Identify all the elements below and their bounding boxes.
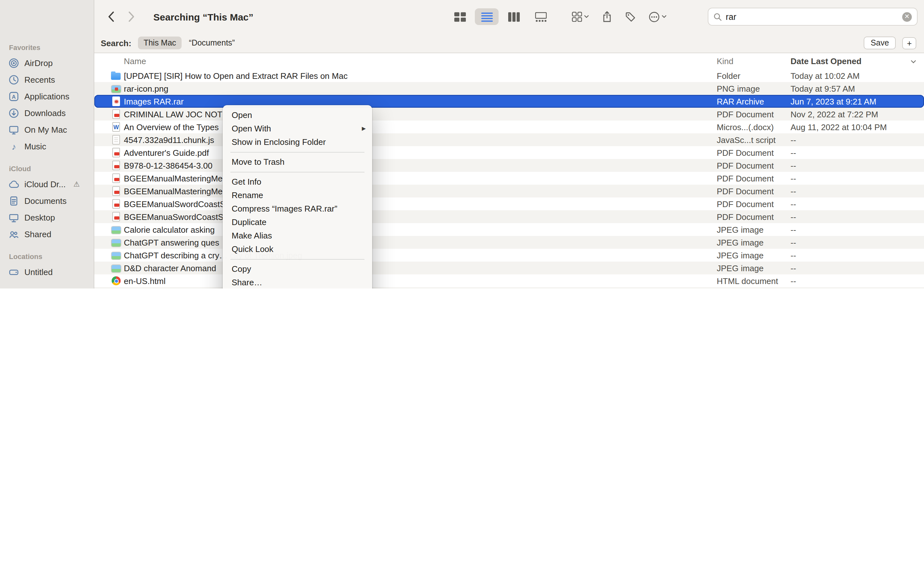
sidebar-item-recents[interactable]: Recents xyxy=(0,71,94,88)
more-actions-button[interactable] xyxy=(649,11,667,22)
sidebar-item-on-my-mac[interactable]: On My Mac xyxy=(0,121,94,138)
column-header-name[interactable]: Name xyxy=(124,56,146,66)
file-row-bgeemanualmasteringme[interactable]: BGEEManualMasteringMePDF Document-- xyxy=(94,185,924,197)
file-date: Nov 2, 2022 at 7:22 PM xyxy=(790,109,924,119)
file-row-criminal-law-joc-not[interactable]: CRIMINAL LAW JOC NOTPDF DocumentNov 2, 2… xyxy=(94,108,924,121)
view-columns-button[interactable] xyxy=(502,8,525,25)
back-button[interactable] xyxy=(107,11,115,23)
file-row-es-es-html[interactable]: es-ES.htmlHTML document-- xyxy=(94,287,924,288)
menu-item-label: Show in Enclosing Folder xyxy=(232,137,326,147)
sidebar-item-untitled[interactable]: Untitled xyxy=(0,263,94,280)
clear-search-icon[interactable]: ✕ xyxy=(902,12,912,21)
sidebar-item-applications[interactable]: AApplications xyxy=(0,88,94,105)
column-header-kind[interactable]: Kind xyxy=(717,56,733,66)
sidebar-item-shared[interactable]: Shared xyxy=(0,226,94,242)
search-input[interactable] xyxy=(726,12,898,21)
file-row-d-d-character-anomand[interactable]: D&D character AnomandJPEG image-- xyxy=(94,261,924,274)
file-row-bgeemanualmasteringme[interactable]: BGEEManualMasteringMePDF Document-- xyxy=(94,172,924,185)
download-icon xyxy=(8,107,19,118)
file-name: ChatGPT answering ques xyxy=(124,237,717,247)
jpeg-file-icon xyxy=(111,265,121,272)
file-row-update-sir-how-to-open-and-extract-rar-f[interactable]: [UPDATE] [SIR] How to Open and Extract R… xyxy=(94,69,924,82)
airdrop-icon xyxy=(8,57,19,68)
docx-file-icon xyxy=(112,122,120,132)
file-name: rar-icon.png xyxy=(124,84,717,93)
disk-icon xyxy=(8,266,19,277)
search-field[interactable]: ✕ xyxy=(708,8,918,26)
menu-item-label: Open With xyxy=(232,124,271,133)
tag-icon xyxy=(625,11,636,22)
column-headers: Name Kind Date Last Opened xyxy=(94,53,924,71)
clock-icon xyxy=(8,74,19,85)
sidebar-item-documents[interactable]: Documents xyxy=(0,192,94,209)
file-date: -- xyxy=(790,148,924,157)
view-gallery-button[interactable] xyxy=(529,8,552,25)
menu-item-duplicate[interactable]: Duplicate xyxy=(223,215,372,229)
file-row-en-us-html[interactable]: en-US.htmlHTML document-- xyxy=(94,274,924,287)
file-kind: PDF Document xyxy=(717,212,790,221)
sidebar-item-downloads[interactable]: Downloads xyxy=(0,105,94,121)
group-by-button[interactable] xyxy=(572,11,589,22)
chevron-right-icon xyxy=(128,11,136,23)
menu-item-open-with[interactable]: Open With▶ xyxy=(223,122,372,135)
menu-item-move-to-trash[interactable]: Move to Trash xyxy=(223,155,372,169)
sidebar-item-airdrop[interactable]: AirDrop xyxy=(0,55,94,71)
file-row-calorie-calculator-asking[interactable]: Calorie calculator askingJPEG image-- xyxy=(94,223,924,236)
file-row-b978-0-12-386454-3-00[interactable]: B978-0-12-386454-3.00PDF Document-- xyxy=(94,159,924,172)
sort-chevron-icon[interactable] xyxy=(911,56,916,66)
sidebar-item-desktop[interactable]: Desktop xyxy=(0,209,94,226)
forward-button[interactable] xyxy=(128,11,136,23)
view-grid-button[interactable] xyxy=(448,8,472,25)
menu-item-rename[interactable]: Rename xyxy=(223,189,372,202)
pdf-file-icon xyxy=(112,161,120,170)
sidebar-item-label: Recents xyxy=(24,75,55,84)
sidebar-item-music[interactable]: ♪Music xyxy=(0,138,94,155)
file-date: Today at 9:57 AM xyxy=(790,84,924,93)
scope-token-this-mac[interactable]: This Mac xyxy=(137,37,182,49)
file-kind: PDF Document xyxy=(717,173,790,183)
share-button[interactable] xyxy=(602,11,612,23)
group-icon xyxy=(572,11,582,22)
save-search-button[interactable]: Save xyxy=(864,37,896,49)
sidebar-item-label: Untitled xyxy=(24,267,53,277)
file-row-4547-332a9d11-chunk-js[interactable]: 4547.332a9d11.chunk.jsJavaSc...t script-… xyxy=(94,133,924,146)
column-header-date[interactable]: Date Last Opened xyxy=(790,56,861,66)
file-row-adventurer-s-guide-pdf[interactable]: Adventurer's Guide.pdfPDF Document-- xyxy=(94,146,924,159)
docpage-icon xyxy=(8,195,19,206)
file-kind: PDF Document xyxy=(717,199,790,209)
menu-item-share[interactable]: Share… xyxy=(223,276,372,288)
svg-text:A: A xyxy=(12,93,16,100)
menu-item-quick-look[interactable]: Quick Look xyxy=(223,242,372,256)
search-icon xyxy=(714,13,722,21)
menu-item-compress-images-rar-rar[interactable]: Compress “Images RAR.rar” xyxy=(223,202,372,215)
file-row-an-overview-of-the-types[interactable]: An Overview of the TypesMicros...(.docx)… xyxy=(94,121,924,133)
sidebar-item-icloud-dr[interactable]: iCloud Dr...⚠ xyxy=(0,176,94,192)
add-criteria-button[interactable]: + xyxy=(903,37,916,49)
file-row-bgeemanualswordcoasts[interactable]: BGEEManualSwordCoastSPDF Document-- xyxy=(94,197,924,210)
menu-item-make-alias[interactable]: Make Alias xyxy=(223,229,372,242)
sidebar-item-label: Applications xyxy=(24,91,69,101)
file-row-chatgpt-describing-a-cry-city-of-tremion[interactable]: ChatGPT describing a cry… city of Tremio… xyxy=(94,249,924,261)
file-name: 4547.332a9d11.chunk.js xyxy=(124,135,717,145)
menu-item-show-in-enclosing-folder[interactable]: Show in Enclosing Folder xyxy=(223,135,372,149)
music-icon: ♪ xyxy=(8,141,19,152)
scope-token-documents[interactable]: “Documents” xyxy=(183,37,241,49)
file-row-chatgpt-answering-ques[interactable]: ChatGPT answering quesJPEG image-- xyxy=(94,236,924,249)
window-content: Searching “This Mac” xyxy=(94,0,924,288)
file-kind: HTML document xyxy=(717,276,790,285)
menu-item-open[interactable]: Open xyxy=(223,108,372,122)
file-name: BGEEManualMasteringMe xyxy=(124,186,717,196)
file-kind: JPEG image xyxy=(717,225,790,234)
file-row-images-rar-rar[interactable]: Images RAR.rarRAR ArchiveJun 7, 2023 at … xyxy=(94,95,924,108)
view-list-button[interactable] xyxy=(475,8,499,25)
file-name: en-US.html xyxy=(124,276,717,285)
pdf-file-icon xyxy=(112,148,120,157)
pdf-file-icon xyxy=(112,109,120,119)
file-row-bgeemanuaswordcoasts[interactable]: BGEEManuaSwordCoastSPDF Document-- xyxy=(94,210,924,223)
menu-item-get-info[interactable]: Get Info xyxy=(223,175,372,189)
gallery-view-icon xyxy=(535,12,546,21)
file-name: [UPDATE] [SIR] How to Open and Extract R… xyxy=(124,71,717,81)
tags-button[interactable] xyxy=(625,11,636,22)
file-row-rar-icon-png[interactable]: rar-icon.pngPNG imageToday at 9:57 AM xyxy=(94,82,924,95)
menu-item-copy[interactable]: Copy xyxy=(223,262,372,276)
